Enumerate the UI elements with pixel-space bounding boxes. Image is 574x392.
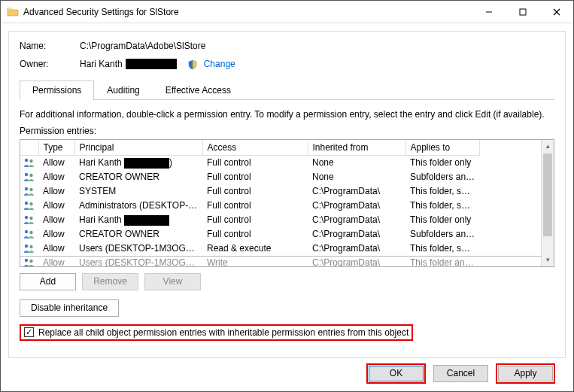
cell-type: Allow: [38, 184, 74, 199]
tab-effective-access[interactable]: Effective Access: [153, 81, 244, 100]
cell-access: Full control: [202, 155, 308, 169]
cell-type: Allow: [38, 213, 74, 227]
cell-applies: Subfolders and files only: [405, 227, 480, 242]
user-icon: [20, 227, 38, 242]
shield-icon: [187, 59, 198, 70]
titlebar: Advanced Security Settings for SlStore: [1, 1, 573, 23]
header-applies[interactable]: Applies to: [405, 140, 480, 156]
entry-buttons: Add Remove View: [20, 273, 554, 290]
svg-point-17: [29, 245, 32, 248]
cell-access: Write: [202, 256, 308, 266]
table-header-row: Type Principal Access Inherited from App…: [20, 140, 554, 156]
cell-applies: This folder and subfolders: [405, 256, 480, 266]
change-owner-link[interactable]: Change: [204, 59, 235, 69]
name-value: C:\ProgramData\Adobe\SlStore: [80, 41, 205, 51]
cell-access: Full control: [202, 170, 308, 184]
cell-principal: Administrators (DESKTOP-1...: [74, 199, 202, 213]
svg-point-6: [25, 173, 28, 176]
cell-inherited: C:\ProgramData\: [308, 213, 405, 227]
name-row: Name: C:\ProgramData\Adobe\SlStore: [20, 41, 554, 51]
cell-inherited: C:\ProgramData\: [308, 242, 405, 256]
svg-point-12: [25, 216, 28, 219]
header-inherited[interactable]: Inherited from: [308, 140, 405, 156]
minimize-button[interactable]: [472, 1, 506, 23]
footer-buttons: OK Cancel Apply: [8, 358, 566, 388]
table-row[interactable]: AllowSYSTEMFull controlC:\ProgramData\Th…: [20, 184, 554, 199]
table-row[interactable]: AllowHari Kanth Full controlC:\ProgramDa…: [20, 213, 554, 227]
cell-inherited: C:\ProgramData\: [308, 184, 405, 199]
cell-applies: This folder only: [405, 155, 480, 169]
close-button[interactable]: [539, 1, 573, 23]
cell-type: Allow: [38, 256, 74, 266]
cell-applies: Subfolders and files only: [405, 170, 480, 184]
cell-type: Allow: [38, 155, 74, 169]
cell-applies: This folder, subfolders and files: [405, 242, 480, 256]
table-scrollbar[interactable]: ▴ ▾: [541, 140, 554, 266]
owner-redacted: [126, 59, 177, 69]
svg-point-5: [29, 160, 32, 163]
svg-rect-1: [520, 9, 526, 15]
scroll-thumb[interactable]: [543, 153, 552, 236]
scroll-down-icon[interactable]: ▾: [542, 254, 554, 266]
user-icon: [20, 155, 38, 169]
window-controls: [472, 1, 573, 23]
owner-name: Hari Kanth: [80, 59, 123, 69]
cell-type: Allow: [38, 242, 74, 256]
cell-access: Read & execute: [202, 242, 308, 256]
header-principal[interactable]: Principal: [74, 140, 202, 156]
tab-auditing[interactable]: Auditing: [94, 81, 152, 100]
scroll-up-icon[interactable]: ▴: [542, 140, 554, 153]
svg-point-14: [25, 230, 28, 233]
svg-point-16: [25, 245, 28, 248]
cell-inherited: C:\ProgramData\: [308, 199, 405, 213]
apply-button[interactable]: Apply: [498, 366, 553, 381]
cell-access: Full control: [202, 184, 308, 199]
svg-point-9: [29, 188, 32, 191]
tab-permissions[interactable]: Permissions: [20, 81, 94, 100]
cell-principal: Users (DESKTOP-1M3OG80\U...: [74, 242, 202, 256]
svg-point-11: [29, 202, 32, 205]
header-access[interactable]: Access: [202, 140, 308, 156]
table-row[interactable]: AllowCREATOR OWNERFull controlNoneSubfol…: [20, 170, 554, 184]
user-icon: [20, 170, 38, 184]
user-icon: [20, 256, 38, 266]
table-row[interactable]: AllowHari Kanth )Full controlNoneThis fo…: [20, 155, 554, 169]
header-type[interactable]: Type: [38, 140, 74, 156]
cancel-button[interactable]: Cancel: [433, 365, 488, 382]
ok-highlight: OK: [366, 363, 426, 384]
tabs: Permissions Auditing Effective Access: [20, 81, 554, 100]
cell-principal: SYSTEM: [74, 184, 202, 199]
cell-access: Full control: [202, 199, 308, 213]
svg-point-15: [29, 231, 32, 234]
disable-inheritance-button[interactable]: Disable inheritance: [20, 299, 119, 317]
table-row[interactable]: AllowCREATOR OWNERFull controlC:\Program…: [20, 227, 554, 242]
table-row[interactable]: AllowUsers (DESKTOP-1M3OG80\U...WriteC:\…: [20, 256, 554, 266]
cell-principal: CREATOR OWNER: [74, 227, 202, 242]
svg-point-10: [25, 202, 28, 205]
maximize-button[interactable]: [506, 1, 539, 23]
cell-principal: Hari Kanth: [74, 213, 202, 227]
cell-type: Allow: [38, 170, 74, 184]
cell-principal: Hari Kanth ): [74, 155, 202, 169]
svg-point-8: [25, 187, 28, 190]
window: Advanced Security Settings for SlStore N…: [0, 0, 574, 392]
replace-checkbox-row[interactable]: ✓ Replace all child object permission en…: [20, 324, 413, 341]
cell-access: Full control: [202, 213, 308, 227]
inner-panel: Name: C:\ProgramData\Adobe\SlStore Owner…: [8, 31, 566, 358]
cell-applies: This folder only: [405, 213, 480, 227]
header-icon[interactable]: [20, 140, 38, 156]
folder-icon: [7, 6, 19, 18]
cell-inherited: None: [308, 170, 405, 184]
table-row[interactable]: AllowAdministrators (DESKTOP-1...Full co…: [20, 199, 554, 213]
table-row[interactable]: AllowUsers (DESKTOP-1M3OG80\U...Read & e…: [20, 242, 554, 256]
add-button[interactable]: Add: [20, 273, 76, 290]
ok-button[interactable]: OK: [369, 366, 424, 381]
user-icon: [20, 199, 38, 213]
cell-inherited: None: [308, 155, 405, 169]
cell-type: Allow: [38, 227, 74, 242]
user-icon: [20, 213, 38, 227]
svg-point-7: [29, 174, 32, 177]
apply-highlight: Apply: [496, 363, 555, 384]
checkbox-icon[interactable]: ✓: [24, 327, 34, 337]
owner-row: Owner: Hari Kanth Change: [20, 59, 554, 70]
